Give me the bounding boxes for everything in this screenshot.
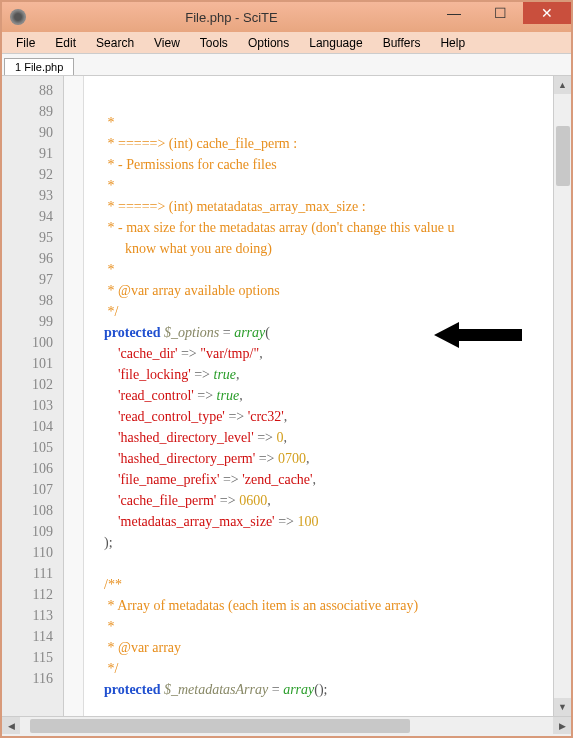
line-number: 110: [2, 542, 63, 563]
line-number: 92: [2, 164, 63, 185]
line-number: 106: [2, 458, 63, 479]
menu-options[interactable]: Options: [238, 34, 299, 52]
line-number: 108: [2, 500, 63, 521]
code-line[interactable]: /**: [90, 574, 565, 595]
line-number: 93: [2, 185, 63, 206]
code-line[interactable]: *: [90, 616, 565, 637]
scroll-left-icon[interactable]: ◀: [2, 717, 20, 734]
fold-margin[interactable]: [64, 76, 84, 716]
code-line[interactable]: */: [90, 301, 565, 322]
scroll-up-icon[interactable]: ▲: [554, 76, 571, 94]
code-line[interactable]: 'file_locking' => true,: [90, 364, 565, 385]
app-icon: [10, 9, 26, 25]
line-number: 98: [2, 290, 63, 311]
code-line[interactable]: * - Permissions for cache files: [90, 154, 565, 175]
line-number: 97: [2, 269, 63, 290]
menu-search[interactable]: Search: [86, 34, 144, 52]
line-number: 96: [2, 248, 63, 269]
line-number-gutter: 8889909192939495969798991001011021031041…: [2, 76, 64, 716]
code-line[interactable]: 'hashed_directory_perm' => 0700,: [90, 448, 565, 469]
line-number: 88: [2, 80, 63, 101]
line-number: 105: [2, 437, 63, 458]
line-number: 102: [2, 374, 63, 395]
line-number: 115: [2, 647, 63, 668]
line-number: 114: [2, 626, 63, 647]
line-number: 111: [2, 563, 63, 584]
line-number: 89: [2, 101, 63, 122]
minimize-button[interactable]: —: [431, 2, 477, 24]
line-number: 95: [2, 227, 63, 248]
line-number: 101: [2, 353, 63, 374]
code-line[interactable]: 'read_control_type' => 'crc32',: [90, 406, 565, 427]
menu-edit[interactable]: Edit: [45, 34, 86, 52]
code-line[interactable]: 'cache_file_perm' => 0600,: [90, 490, 565, 511]
code-line[interactable]: * =====> (int) metatadatas_array_max_siz…: [90, 196, 565, 217]
code-line[interactable]: 'cache_dir' => "var/tmp/",: [90, 343, 565, 364]
code-line[interactable]: *: [90, 112, 565, 133]
menu-buffers[interactable]: Buffers: [373, 34, 431, 52]
tab-file[interactable]: 1 File.php: [4, 58, 74, 75]
code-line[interactable]: 'metadatas_array_max_size' => 100: [90, 511, 565, 532]
line-number: 104: [2, 416, 63, 437]
line-number: 113: [2, 605, 63, 626]
line-number: 94: [2, 206, 63, 227]
code-line[interactable]: know what you are doing): [90, 238, 565, 259]
code-line[interactable]: );: [90, 532, 565, 553]
code-line[interactable]: * - max size for the metadatas array (do…: [90, 217, 565, 238]
line-number: 107: [2, 479, 63, 500]
line-number: 116: [2, 668, 63, 689]
menu-tools[interactable]: Tools: [190, 34, 238, 52]
close-button[interactable]: ✕: [523, 2, 571, 24]
window-title: File.php - SciTE: [32, 10, 431, 25]
vertical-scrollbar[interactable]: ▲ ▼: [553, 76, 571, 716]
tabbar: 1 File.php: [2, 54, 571, 76]
menubar: File Edit Search View Tools Options Lang…: [2, 32, 571, 54]
menu-help[interactable]: Help: [430, 34, 475, 52]
maximize-button[interactable]: ☐: [477, 2, 523, 24]
code-area[interactable]: * * =====> (int) cache_file_perm : * - P…: [84, 76, 571, 716]
code-line[interactable]: * =====> (int) cache_file_perm :: [90, 133, 565, 154]
menu-view[interactable]: View: [144, 34, 190, 52]
code-line[interactable]: *: [90, 259, 565, 280]
menu-file[interactable]: File: [6, 34, 45, 52]
code-line[interactable]: * @var array available options: [90, 280, 565, 301]
window-buttons: — ☐ ✕: [431, 2, 571, 32]
line-number: 91: [2, 143, 63, 164]
code-line[interactable]: */: [90, 658, 565, 679]
line-number: 99: [2, 311, 63, 332]
code-line[interactable]: 'hashed_directory_level' => 0,: [90, 427, 565, 448]
code-line[interactable]: * @var array: [90, 637, 565, 658]
line-number: 100: [2, 332, 63, 353]
line-number: 109: [2, 521, 63, 542]
editor: 8889909192939495969798991001011021031041…: [2, 76, 571, 716]
horizontal-scrollbar-thumb[interactable]: [30, 719, 410, 733]
code-line[interactable]: [90, 553, 565, 574]
code-line[interactable]: protected $_options = array(: [90, 322, 565, 343]
menu-language[interactable]: Language: [299, 34, 372, 52]
line-number: 90: [2, 122, 63, 143]
scroll-down-icon[interactable]: ▼: [554, 698, 571, 716]
code-line[interactable]: 'file_name_prefix' => 'zend_cache',: [90, 469, 565, 490]
horizontal-scrollbar[interactable]: ◀ ▶: [2, 716, 571, 734]
scroll-right-icon[interactable]: ▶: [553, 717, 571, 734]
vertical-scrollbar-thumb[interactable]: [556, 126, 570, 186]
code-line[interactable]: *: [90, 175, 565, 196]
titlebar: File.php - SciTE — ☐ ✕: [2, 2, 571, 32]
code-line[interactable]: * Array of metadatas (each item is an as…: [90, 595, 565, 616]
line-number: 103: [2, 395, 63, 416]
code-line[interactable]: [90, 700, 565, 716]
line-number: 112: [2, 584, 63, 605]
code-line[interactable]: protected $_metadatasArray = array();: [90, 679, 565, 700]
code-line[interactable]: 'read_control' => true,: [90, 385, 565, 406]
